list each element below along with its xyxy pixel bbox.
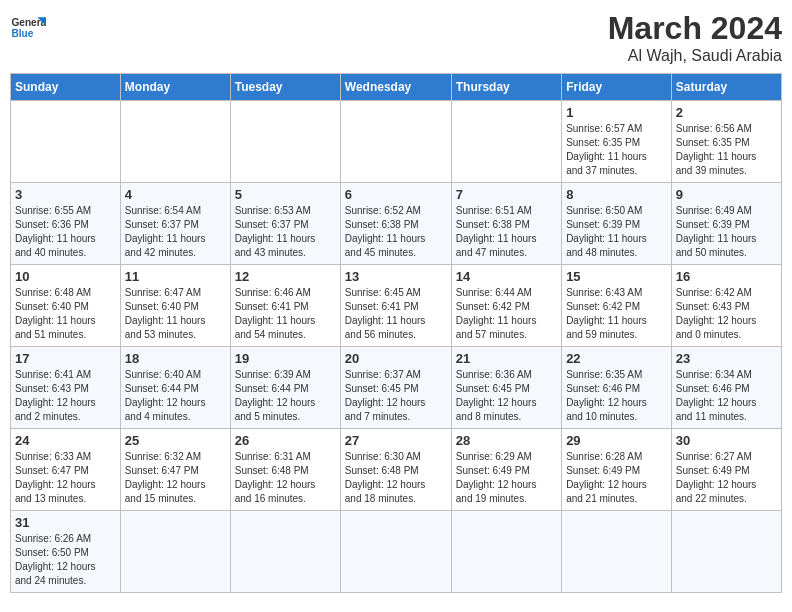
day-number: 26 [235,433,336,448]
day-info: Sunrise: 6:35 AM Sunset: 6:46 PM Dayligh… [566,368,667,424]
calendar-day [671,511,781,593]
calendar-day [230,101,340,183]
day-info: Sunrise: 6:50 AM Sunset: 6:39 PM Dayligh… [566,204,667,260]
day-number: 3 [15,187,116,202]
calendar-day [562,511,672,593]
calendar-day: 6Sunrise: 6:52 AM Sunset: 6:38 PM Daylig… [340,183,451,265]
day-number: 8 [566,187,667,202]
day-info: Sunrise: 6:34 AM Sunset: 6:46 PM Dayligh… [676,368,777,424]
calendar-day [451,511,561,593]
calendar-day: 18Sunrise: 6:40 AM Sunset: 6:44 PM Dayli… [120,347,230,429]
calendar-day: 17Sunrise: 6:41 AM Sunset: 6:43 PM Dayli… [11,347,121,429]
calendar-day: 11Sunrise: 6:47 AM Sunset: 6:40 PM Dayli… [120,265,230,347]
calendar-day: 28Sunrise: 6:29 AM Sunset: 6:49 PM Dayli… [451,429,561,511]
day-number: 7 [456,187,557,202]
day-info: Sunrise: 6:57 AM Sunset: 6:35 PM Dayligh… [566,122,667,178]
day-info: Sunrise: 6:55 AM Sunset: 6:36 PM Dayligh… [15,204,116,260]
day-info: Sunrise: 6:53 AM Sunset: 6:37 PM Dayligh… [235,204,336,260]
calendar-day: 13Sunrise: 6:45 AM Sunset: 6:41 PM Dayli… [340,265,451,347]
day-number: 27 [345,433,447,448]
day-number: 16 [676,269,777,284]
calendar-day: 25Sunrise: 6:32 AM Sunset: 6:47 PM Dayli… [120,429,230,511]
day-info: Sunrise: 6:30 AM Sunset: 6:48 PM Dayligh… [345,450,447,506]
calendar-week-3: 10Sunrise: 6:48 AM Sunset: 6:40 PM Dayli… [11,265,782,347]
calendar-day: 26Sunrise: 6:31 AM Sunset: 6:48 PM Dayli… [230,429,340,511]
day-info: Sunrise: 6:26 AM Sunset: 6:50 PM Dayligh… [15,532,116,588]
calendar-day [120,101,230,183]
calendar-day: 15Sunrise: 6:43 AM Sunset: 6:42 PM Dayli… [562,265,672,347]
header-row: SundayMondayTuesdayWednesdayThursdayFrid… [11,74,782,101]
day-info: Sunrise: 6:31 AM Sunset: 6:48 PM Dayligh… [235,450,336,506]
calendar-day: 1Sunrise: 6:57 AM Sunset: 6:35 PM Daylig… [562,101,672,183]
logo-icon: General Blue [10,10,46,46]
day-number: 17 [15,351,116,366]
calendar-table: SundayMondayTuesdayWednesdayThursdayFrid… [10,73,782,593]
day-info: Sunrise: 6:48 AM Sunset: 6:40 PM Dayligh… [15,286,116,342]
day-number: 25 [125,433,226,448]
calendar-day: 8Sunrise: 6:50 AM Sunset: 6:39 PM Daylig… [562,183,672,265]
day-info: Sunrise: 6:28 AM Sunset: 6:49 PM Dayligh… [566,450,667,506]
day-info: Sunrise: 6:42 AM Sunset: 6:43 PM Dayligh… [676,286,777,342]
day-info: Sunrise: 6:40 AM Sunset: 6:44 PM Dayligh… [125,368,226,424]
logo: General Blue [10,10,46,46]
calendar-day [340,511,451,593]
calendar-day [120,511,230,593]
calendar-day: 9Sunrise: 6:49 AM Sunset: 6:39 PM Daylig… [671,183,781,265]
day-number: 19 [235,351,336,366]
calendar-day: 24Sunrise: 6:33 AM Sunset: 6:47 PM Dayli… [11,429,121,511]
calendar-day: 2Sunrise: 6:56 AM Sunset: 6:35 PM Daylig… [671,101,781,183]
header: General Blue March 2024 Al Wajh, Saudi A… [10,10,782,65]
calendar-day: 14Sunrise: 6:44 AM Sunset: 6:42 PM Dayli… [451,265,561,347]
day-number: 6 [345,187,447,202]
day-info: Sunrise: 6:32 AM Sunset: 6:47 PM Dayligh… [125,450,226,506]
day-number: 31 [15,515,116,530]
calendar-day: 23Sunrise: 6:34 AM Sunset: 6:46 PM Dayli… [671,347,781,429]
calendar-day: 20Sunrise: 6:37 AM Sunset: 6:45 PM Dayli… [340,347,451,429]
day-info: Sunrise: 6:36 AM Sunset: 6:45 PM Dayligh… [456,368,557,424]
calendar-day: 30Sunrise: 6:27 AM Sunset: 6:49 PM Dayli… [671,429,781,511]
day-info: Sunrise: 6:56 AM Sunset: 6:35 PM Dayligh… [676,122,777,178]
calendar-week-2: 3Sunrise: 6:55 AM Sunset: 6:36 PM Daylig… [11,183,782,265]
month-year: March 2024 [608,10,782,47]
day-header-saturday: Saturday [671,74,781,101]
calendar-week-6: 31Sunrise: 6:26 AM Sunset: 6:50 PM Dayli… [11,511,782,593]
calendar-day: 4Sunrise: 6:54 AM Sunset: 6:37 PM Daylig… [120,183,230,265]
calendar-day: 7Sunrise: 6:51 AM Sunset: 6:38 PM Daylig… [451,183,561,265]
calendar-week-4: 17Sunrise: 6:41 AM Sunset: 6:43 PM Dayli… [11,347,782,429]
day-header-friday: Friday [562,74,672,101]
day-number: 15 [566,269,667,284]
day-number: 9 [676,187,777,202]
day-info: Sunrise: 6:47 AM Sunset: 6:40 PM Dayligh… [125,286,226,342]
day-header-tuesday: Tuesday [230,74,340,101]
day-number: 10 [15,269,116,284]
title-section: March 2024 Al Wajh, Saudi Arabia [608,10,782,65]
calendar-day: 16Sunrise: 6:42 AM Sunset: 6:43 PM Dayli… [671,265,781,347]
day-info: Sunrise: 6:37 AM Sunset: 6:45 PM Dayligh… [345,368,447,424]
calendar-day: 21Sunrise: 6:36 AM Sunset: 6:45 PM Dayli… [451,347,561,429]
day-number: 29 [566,433,667,448]
day-info: Sunrise: 6:39 AM Sunset: 6:44 PM Dayligh… [235,368,336,424]
day-number: 22 [566,351,667,366]
day-number: 12 [235,269,336,284]
calendar-day: 5Sunrise: 6:53 AM Sunset: 6:37 PM Daylig… [230,183,340,265]
svg-text:Blue: Blue [11,28,33,39]
day-info: Sunrise: 6:29 AM Sunset: 6:49 PM Dayligh… [456,450,557,506]
day-number: 24 [15,433,116,448]
calendar-day: 29Sunrise: 6:28 AM Sunset: 6:49 PM Dayli… [562,429,672,511]
day-number: 14 [456,269,557,284]
calendar-day: 19Sunrise: 6:39 AM Sunset: 6:44 PM Dayli… [230,347,340,429]
calendar-week-5: 24Sunrise: 6:33 AM Sunset: 6:47 PM Dayli… [11,429,782,511]
day-number: 30 [676,433,777,448]
day-header-wednesday: Wednesday [340,74,451,101]
day-number: 5 [235,187,336,202]
calendar-day [11,101,121,183]
calendar-day [230,511,340,593]
calendar-day: 12Sunrise: 6:46 AM Sunset: 6:41 PM Dayli… [230,265,340,347]
calendar-day: 22Sunrise: 6:35 AM Sunset: 6:46 PM Dayli… [562,347,672,429]
day-info: Sunrise: 6:44 AM Sunset: 6:42 PM Dayligh… [456,286,557,342]
calendar-day [340,101,451,183]
day-number: 21 [456,351,557,366]
day-info: Sunrise: 6:45 AM Sunset: 6:41 PM Dayligh… [345,286,447,342]
day-info: Sunrise: 6:41 AM Sunset: 6:43 PM Dayligh… [15,368,116,424]
calendar-day: 27Sunrise: 6:30 AM Sunset: 6:48 PM Dayli… [340,429,451,511]
